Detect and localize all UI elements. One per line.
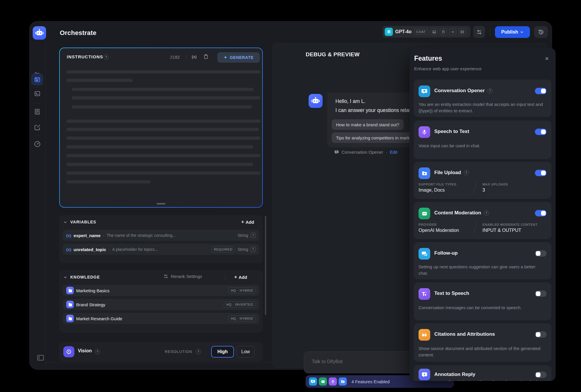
chat-bubble-icon bbox=[334, 150, 339, 155]
knowledge-row[interactable]: Market Research Guide HQ · HYBRID bbox=[63, 313, 259, 324]
collapse-chevron-icon[interactable] bbox=[63, 220, 67, 224]
citations-toggle[interactable] bbox=[535, 331, 547, 338]
sidebar-item-logs[interactable] bbox=[34, 108, 41, 115]
app-logo[interactable] bbox=[33, 26, 46, 40]
scrollbar-thumb[interactable] bbox=[265, 216, 266, 315]
publish-button[interactable]: Publish bbox=[495, 26, 530, 38]
variable-type: String bbox=[237, 247, 248, 252]
generate-button[interactable]: ✦ GENERATE bbox=[217, 52, 260, 63]
file-upload-icon bbox=[419, 167, 430, 179]
suggested-question-chip[interactable]: How to make a brand stand out? bbox=[332, 119, 404, 130]
add-variable-button[interactable]: + Add bbox=[241, 219, 254, 225]
file-upload-field-2: MAX UPLOADS 3 bbox=[482, 183, 508, 193]
feature-desc: Conversation messages can be converted t… bbox=[419, 304, 545, 311]
file-upload-field-1: SUPPORT FILE TYPES Image, Docs bbox=[419, 183, 456, 193]
instructions-help-icon[interactable]: ? bbox=[104, 55, 109, 60]
annotation-reply-toggle[interactable] bbox=[535, 372, 547, 378]
dataset-icon bbox=[66, 287, 74, 294]
chevron-down-icon bbox=[520, 30, 524, 34]
knowledge-row[interactable]: Brand Strategy HQ · INVERTED bbox=[63, 299, 259, 310]
page-title: Orchestrate bbox=[60, 29, 97, 37]
content-moderation-toggle[interactable] bbox=[535, 210, 547, 216]
required-badge: REQUIRED bbox=[211, 246, 235, 252]
generate-label: GENERATE bbox=[230, 55, 254, 60]
header-divider bbox=[490, 29, 490, 36]
sidebar-separator-3 bbox=[33, 135, 41, 136]
speech-to-text-mini-icon bbox=[329, 377, 337, 386]
help-icon[interactable]: ? bbox=[464, 170, 469, 175]
copy-icon[interactable] bbox=[203, 54, 209, 60]
opener-label: Conversation Opener bbox=[342, 150, 383, 155]
file-upload-toggle[interactable] bbox=[535, 170, 547, 176]
content-moderation-field-2: ENABLED MODERATE CONTENT INPUT & OUTPUT bbox=[482, 223, 538, 233]
variable-desc: A placeholder for topics... bbox=[112, 247, 158, 252]
string-type-icon: T bbox=[251, 247, 256, 252]
version-history-button[interactable] bbox=[534, 26, 548, 38]
variable-row[interactable]: {x} unrelated_topic · A placeholder for … bbox=[63, 244, 259, 255]
close-icon[interactable]: ✕ bbox=[545, 56, 549, 62]
feature-card-text-to-speech: Text to Speech Conversation messages can… bbox=[414, 282, 551, 320]
vision-help-icon[interactable]: ? bbox=[95, 349, 100, 354]
instructions-card[interactable]: INSTRUCTIONS ? 2182 {x} ✦ GENERATE bbox=[59, 48, 263, 208]
feature-title: Citations and Attributions bbox=[434, 331, 495, 337]
sidebar-item-orchestrate[interactable] bbox=[31, 74, 43, 85]
speech-to-text-toggle[interactable] bbox=[535, 129, 547, 135]
features-enabled-label: 4 Features Enabled bbox=[351, 379, 390, 384]
help-icon[interactable]: ? bbox=[484, 210, 489, 216]
features-title: Features bbox=[414, 55, 442, 62]
sidebar-item-monitoring[interactable] bbox=[34, 141, 41, 148]
conversation-opener-toggle[interactable] bbox=[535, 88, 547, 94]
string-type-icon: T bbox=[251, 233, 256, 238]
resolution-low-button[interactable]: Low bbox=[237, 346, 255, 358]
rerank-settings-button[interactable]: Rerank Settings bbox=[163, 274, 202, 279]
document-capability-icon bbox=[440, 28, 447, 35]
vision-section: Vision ? RESOLUTION ? High Low bbox=[59, 342, 263, 362]
instructions-title: INSTRUCTIONS bbox=[67, 54, 103, 59]
collapse-sidebar-icon[interactable] bbox=[37, 355, 44, 361]
edit-opener-link[interactable]: Edit bbox=[390, 150, 398, 155]
follow-up-toggle[interactable] bbox=[535, 250, 547, 257]
feature-title: Conversation Opener bbox=[434, 88, 485, 94]
variable-desc: The name of the strategic consulting... bbox=[107, 233, 176, 238]
variable-insert-icon[interactable]: {x} bbox=[192, 55, 197, 59]
sidebar-separator-2 bbox=[33, 103, 41, 104]
sidebar-item-terminal[interactable] bbox=[34, 90, 41, 97]
variable-name: expert_name bbox=[74, 233, 101, 238]
dataset-name: Brand Strategy bbox=[76, 302, 105, 307]
speech-to-text-icon bbox=[419, 126, 430, 138]
variables-section: VARIABLES + Add {x} expert_name · The na… bbox=[59, 215, 263, 263]
content-moderation-mini-icon bbox=[319, 377, 327, 386]
config-pane-bottom-divider bbox=[46, 362, 272, 363]
index-mode-badge: HQ · HYBRID bbox=[228, 288, 256, 293]
features-subtitle: Enhance web app user experience bbox=[414, 66, 482, 71]
sidebar-divider bbox=[45, 21, 46, 370]
conversation-opener-icon bbox=[419, 85, 430, 97]
model-config-button[interactable] bbox=[473, 26, 485, 38]
dataset-name: Market Research Guide bbox=[76, 316, 122, 321]
prompt-skeleton-line bbox=[66, 172, 260, 175]
add-knowledge-button[interactable]: + Add bbox=[234, 274, 247, 280]
dataset-name: Marketing Basics bbox=[76, 288, 109, 293]
feature-card-citations: Citations and Attributions Show source d… bbox=[414, 323, 551, 362]
index-mode-badge: HQ · HYBRID bbox=[228, 316, 256, 321]
features-panel: Features ✕ Enhance web app user experien… bbox=[410, 48, 556, 381]
resolution-high-button[interactable]: High bbox=[211, 346, 234, 358]
collapse-chevron-icon[interactable] bbox=[63, 275, 67, 279]
resolution-help-icon[interactable]: ? bbox=[196, 349, 201, 354]
vision-title: Vision bbox=[78, 348, 92, 354]
prompt-skeleton-line bbox=[66, 120, 260, 123]
variables-title: VARIABLES bbox=[70, 220, 96, 224]
vision-capability-icon bbox=[430, 28, 438, 35]
variable-icon: {x} bbox=[66, 247, 71, 252]
variable-name: unrelated_topic bbox=[74, 247, 106, 252]
section-divider bbox=[225, 274, 225, 280]
text-to-speech-toggle[interactable] bbox=[535, 290, 547, 297]
resize-handle[interactable] bbox=[157, 203, 165, 204]
feature-desc: Setting up next questions suggestion can… bbox=[419, 264, 545, 276]
model-mode-badge: CHAT bbox=[414, 29, 428, 35]
variable-row[interactable]: {x} expert_name · The name of the strate… bbox=[63, 230, 259, 241]
model-selector[interactable]: ✻ GPT-4o CHAT bbox=[382, 26, 470, 38]
help-icon[interactable]: ? bbox=[487, 88, 493, 93]
knowledge-row[interactable]: Marketing Basics HQ · HYBRID bbox=[63, 285, 259, 296]
sidebar-item-annotations[interactable] bbox=[34, 124, 41, 131]
